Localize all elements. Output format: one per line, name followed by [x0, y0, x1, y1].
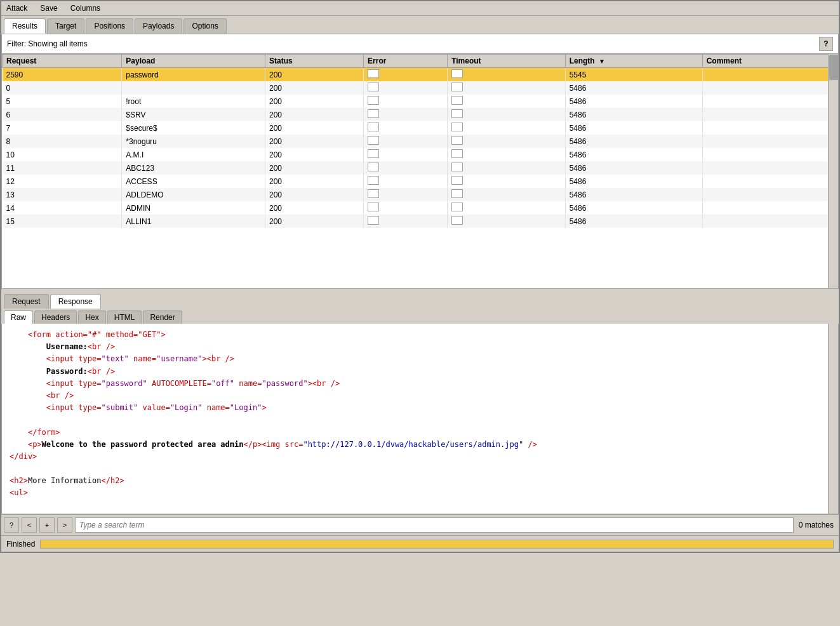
- col-status[interactable]: Status: [265, 55, 364, 68]
- cell-timeout[interactable]: [448, 188, 566, 201]
- cell-status: 200: [265, 81, 364, 95]
- col-length[interactable]: Length ▼: [565, 55, 702, 68]
- timeout-checkbox[interactable]: [451, 69, 463, 78]
- sub-tab-hex[interactable]: Hex: [78, 310, 105, 324]
- cell-timeout[interactable]: [448, 215, 566, 228]
- sub-tab-raw[interactable]: Raw: [4, 310, 33, 324]
- error-checkbox[interactable]: [368, 109, 379, 118]
- menu-columns[interactable]: Columns: [68, 3, 103, 14]
- table-row[interactable]: 02005486: [3, 81, 838, 95]
- cell-error[interactable]: [364, 68, 448, 82]
- cell-error[interactable]: [364, 148, 448, 161]
- error-checkbox[interactable]: [368, 136, 379, 145]
- col-timeout[interactable]: Timeout: [448, 55, 566, 68]
- cell-length: 5486: [565, 161, 702, 175]
- timeout-checkbox[interactable]: [451, 189, 463, 198]
- table-row[interactable]: 8*3noguru2005486: [3, 135, 838, 148]
- cell-error[interactable]: [364, 188, 448, 201]
- timeout-checkbox[interactable]: [451, 83, 463, 91]
- timeout-checkbox[interactable]: [451, 123, 463, 131]
- cell-comment: [702, 68, 837, 82]
- prev-search-button[interactable]: <: [22, 517, 37, 533]
- table-row[interactable]: 10A.M.I2005486: [3, 148, 838, 161]
- error-checkbox[interactable]: [368, 83, 379, 91]
- col-comment[interactable]: Comment: [702, 55, 837, 68]
- table-scrollbar[interactable]: [828, 54, 838, 288]
- sub-tab-render[interactable]: Render: [143, 310, 182, 324]
- cell-length: 5486: [565, 175, 702, 188]
- sub-tab-headers[interactable]: Headers: [34, 310, 77, 324]
- table-row[interactable]: 5!root2005486: [3, 95, 838, 108]
- error-checkbox[interactable]: [368, 163, 379, 171]
- cell-error[interactable]: [364, 161, 448, 175]
- error-checkbox[interactable]: [368, 203, 379, 211]
- cell-timeout[interactable]: [448, 108, 566, 121]
- timeout-checkbox[interactable]: [451, 163, 463, 171]
- menu-save[interactable]: Save: [37, 3, 60, 14]
- scroll-thumb[interactable]: [829, 55, 838, 80]
- table-row[interactable]: 2590password2005545: [3, 68, 838, 82]
- error-checkbox[interactable]: [368, 69, 379, 78]
- help-button[interactable]: ?: [819, 37, 833, 51]
- cell-timeout[interactable]: [448, 121, 566, 135]
- cell-timeout[interactable]: [448, 161, 566, 175]
- cell-error[interactable]: [364, 135, 448, 148]
- table-row[interactable]: 11ABC1232005486: [3, 161, 838, 175]
- error-checkbox[interactable]: [368, 216, 379, 225]
- menu-attack[interactable]: Attack: [4, 3, 30, 14]
- table-row[interactable]: 13ADLDEMO2005486: [3, 188, 838, 201]
- cell-error[interactable]: [364, 95, 448, 108]
- sub-tab-html[interactable]: HTML: [107, 310, 142, 324]
- tab-request[interactable]: Request: [4, 294, 49, 309]
- next-search-button[interactable]: >: [57, 517, 72, 533]
- cell-timeout[interactable]: [448, 135, 566, 148]
- code-scrollbar[interactable]: [828, 324, 838, 514]
- error-checkbox[interactable]: [368, 176, 379, 185]
- code-area: <form action="#" method="GET"> Username:…: [1, 324, 839, 514]
- tab-positions[interactable]: Positions: [86, 18, 133, 34]
- tab-target[interactable]: Target: [47, 18, 84, 34]
- tab-payloads[interactable]: Payloads: [135, 18, 182, 34]
- error-checkbox[interactable]: [368, 189, 379, 198]
- plus-search-button[interactable]: +: [39, 517, 55, 533]
- timeout-checkbox[interactable]: [451, 96, 463, 105]
- cell-error[interactable]: [364, 175, 448, 188]
- error-checkbox[interactable]: [368, 149, 379, 158]
- cell-error[interactable]: [364, 201, 448, 215]
- table-body: 2590password2005545020054865!root2005486…: [3, 68, 838, 229]
- timeout-checkbox[interactable]: [451, 216, 463, 225]
- table-row[interactable]: 7$secure$2005486: [3, 121, 838, 135]
- cell-error[interactable]: [364, 81, 448, 95]
- error-checkbox[interactable]: [368, 123, 379, 131]
- timeout-checkbox[interactable]: [451, 203, 463, 211]
- cell-error[interactable]: [364, 215, 448, 228]
- table-row[interactable]: 12ACCESS2005486: [3, 175, 838, 188]
- table-row[interactable]: 6$SRV2005486: [3, 108, 838, 121]
- error-checkbox[interactable]: [368, 96, 379, 105]
- timeout-checkbox[interactable]: [451, 109, 463, 118]
- tab-options[interactable]: Options: [183, 18, 226, 34]
- cell-error[interactable]: [364, 121, 448, 135]
- col-request[interactable]: Request: [3, 55, 122, 68]
- cell-payload: ADMIN: [122, 201, 265, 215]
- cell-timeout[interactable]: [448, 148, 566, 161]
- cell-status: 200: [265, 161, 364, 175]
- cell-timeout[interactable]: [448, 175, 566, 188]
- timeout-checkbox[interactable]: [451, 176, 463, 185]
- tab-results[interactable]: Results: [4, 18, 46, 34]
- col-error[interactable]: Error: [364, 55, 448, 68]
- cell-timeout[interactable]: [448, 81, 566, 95]
- cell-error[interactable]: [364, 108, 448, 121]
- cell-comment: [702, 135, 837, 148]
- cell-timeout[interactable]: [448, 201, 566, 215]
- cell-timeout[interactable]: [448, 95, 566, 108]
- timeout-checkbox[interactable]: [451, 136, 463, 145]
- search-input[interactable]: [75, 517, 794, 533]
- col-payload[interactable]: Payload: [122, 55, 265, 68]
- cell-timeout[interactable]: [448, 68, 566, 82]
- table-row[interactable]: 15ALLIN12005486: [3, 215, 838, 228]
- tab-response[interactable]: Response: [50, 294, 101, 309]
- help-search-button[interactable]: ?: [4, 517, 19, 533]
- table-row[interactable]: 14ADMIN2005486: [3, 201, 838, 215]
- timeout-checkbox[interactable]: [451, 149, 463, 158]
